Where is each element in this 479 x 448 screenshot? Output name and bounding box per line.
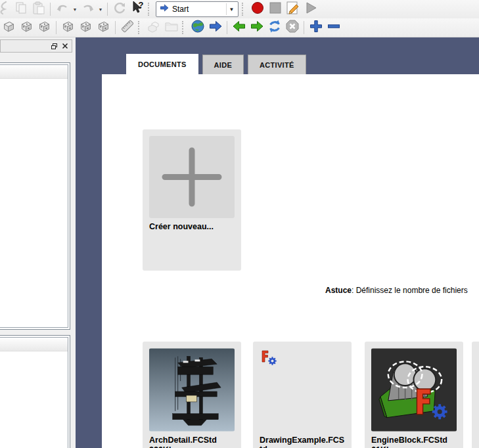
document-name: DrawingExample.FCStd bbox=[260, 436, 345, 448]
toolbar-separator bbox=[115, 21, 116, 34]
view-rear-icon bbox=[78, 19, 93, 37]
whats-this-button[interactable]: ? bbox=[128, 1, 146, 18]
dock-close-button[interactable] bbox=[60, 41, 70, 51]
toolbar-drag-handle[interactable] bbox=[148, 3, 151, 16]
macro-record-button[interactable] bbox=[248, 1, 266, 18]
refresh-gray-icon bbox=[112, 1, 127, 18]
zoom-out-button[interactable] bbox=[325, 19, 342, 36]
redo-button bbox=[79, 1, 97, 18]
nav-back-icon bbox=[231, 18, 247, 37]
copy-icon bbox=[14, 1, 28, 18]
part-disabled-icon bbox=[146, 18, 162, 37]
macro-edit-icon bbox=[285, 0, 301, 18]
cut-clipped-button bbox=[0, 1, 12, 18]
paste-icon bbox=[32, 1, 46, 18]
zoom-out-icon bbox=[326, 18, 342, 37]
measure-icon bbox=[120, 18, 135, 37]
web-globe-button[interactable] bbox=[189, 19, 206, 36]
zoom-in-button[interactable] bbox=[307, 19, 325, 36]
tip-prefix: Astuce bbox=[325, 286, 352, 295]
redo-icon bbox=[81, 1, 95, 18]
tab-activite[interactable]: ACTIVITÉ bbox=[248, 55, 306, 74]
tip-body: : Définissez le nombre de fichiers bbox=[352, 286, 468, 295]
nav-forward-icon bbox=[249, 18, 265, 37]
tab-documents[interactable]: DOCUMENTS bbox=[126, 54, 198, 74]
tree-view-panel[interactable] bbox=[0, 62, 70, 330]
tree-view-header bbox=[0, 65, 68, 79]
view-axonometric-button[interactable] bbox=[0, 19, 18, 36]
macro-stop-icon bbox=[267, 0, 283, 18]
document-name: EngineBlock.FCStd bbox=[371, 436, 457, 445]
web-globe-icon bbox=[190, 18, 206, 37]
workbench-selector[interactable]: Start▼ bbox=[156, 1, 239, 17]
create-new-thumbnail bbox=[149, 136, 235, 218]
view-axonometric-icon bbox=[1, 19, 16, 37]
undo-icon bbox=[55, 1, 70, 18]
main-toolbar: ▼▼?Start▼ bbox=[0, 0, 479, 19]
svg-text:?: ? bbox=[138, 0, 143, 10]
tip-text: Astuce: Définissez le nombre de fichiers bbox=[325, 286, 468, 295]
tab-aide[interactable]: AIDE bbox=[202, 55, 244, 74]
chevron-down-icon[interactable]: ▼ bbox=[226, 3, 237, 15]
cut-clipped-icon bbox=[0, 1, 9, 18]
property-view-inner bbox=[0, 337, 68, 448]
left-dock-panel bbox=[0, 37, 76, 448]
plus-icon bbox=[149, 136, 235, 218]
web-start-arrow-icon bbox=[208, 18, 223, 37]
document-size: 61Kb bbox=[371, 445, 457, 448]
view-toolbar bbox=[0, 18, 479, 37]
toolbar-separator bbox=[50, 3, 51, 16]
web-start-arrow-button[interactable] bbox=[206, 19, 224, 36]
create-new-label: Créer nouveau... bbox=[149, 222, 235, 231]
toolbar-drag-handle[interactable] bbox=[242, 3, 245, 16]
nav-forward-button[interactable] bbox=[248, 19, 265, 36]
toolbar-drag-handle[interactable] bbox=[138, 21, 141, 34]
group-disabled-button bbox=[162, 19, 180, 36]
document-size: 220Kb bbox=[149, 445, 235, 448]
macro-play-button bbox=[302, 1, 319, 18]
part-disabled-button bbox=[145, 19, 162, 36]
nav-back-button[interactable] bbox=[230, 19, 248, 36]
property-view-panel[interactable] bbox=[0, 335, 70, 448]
whats-this-icon: ? bbox=[129, 0, 145, 18]
document-card-partial[interactable] bbox=[472, 342, 479, 448]
document-card[interactable]: ArchDetail.FCStd220Kb bbox=[143, 342, 241, 448]
engine-thumbnail bbox=[371, 348, 457, 432]
macro-edit-button[interactable] bbox=[284, 1, 302, 18]
undo-dropdown[interactable]: ▼ bbox=[71, 1, 79, 18]
view-right-button[interactable] bbox=[59, 19, 77, 36]
dock-titlebar[interactable] bbox=[0, 39, 72, 53]
view-top-button[interactable] bbox=[35, 19, 53, 36]
create-new-card[interactable]: Créer nouveau... bbox=[143, 129, 241, 271]
document-card[interactable]: EngineBlock.FCStd61Kb bbox=[365, 342, 463, 448]
view-rear-button[interactable] bbox=[77, 19, 95, 36]
view-front-icon bbox=[19, 19, 34, 37]
document-card[interactable]: DrawingExample.FCStd bbox=[253, 342, 352, 448]
view-bottom-icon bbox=[96, 19, 111, 37]
toolbar-separator bbox=[304, 21, 304, 34]
nav-stop-button bbox=[283, 19, 301, 36]
toolbar-separator bbox=[56, 21, 57, 34]
paste-button bbox=[30, 1, 47, 18]
nav-refresh-button[interactable] bbox=[265, 19, 283, 36]
view-bottom-button[interactable] bbox=[95, 19, 112, 36]
toolbar-separator bbox=[227, 21, 227, 34]
workbench-start-icon bbox=[159, 3, 170, 16]
freecad-window: ▼▼?Start▼ DOCUMENTSAIDEACTIVITÉ Créer no… bbox=[0, 0, 479, 448]
start-page-content: Créer nouveau... Astuce: Définissez le n… bbox=[102, 74, 479, 448]
macro-stop-button bbox=[266, 1, 284, 18]
workbench-selector-value: Start bbox=[170, 5, 226, 14]
view-front-button[interactable] bbox=[18, 19, 35, 36]
dock-float-button[interactable] bbox=[49, 41, 58, 51]
toolbar-separator bbox=[107, 3, 108, 16]
nav-refresh-icon bbox=[267, 18, 283, 37]
measure-button[interactable] bbox=[118, 19, 136, 36]
view-top-icon bbox=[37, 19, 52, 37]
refresh-gray-button bbox=[110, 1, 128, 18]
property-view-header bbox=[0, 338, 68, 351]
view-right-icon bbox=[60, 19, 76, 37]
redo-dropdown[interactable]: ▼ bbox=[97, 1, 104, 18]
arch-thumbnail bbox=[149, 348, 235, 432]
toolbar-drag-handle[interactable] bbox=[182, 21, 185, 34]
start-page-tabs: DOCUMENTSAIDEACTIVITÉ bbox=[126, 55, 306, 74]
